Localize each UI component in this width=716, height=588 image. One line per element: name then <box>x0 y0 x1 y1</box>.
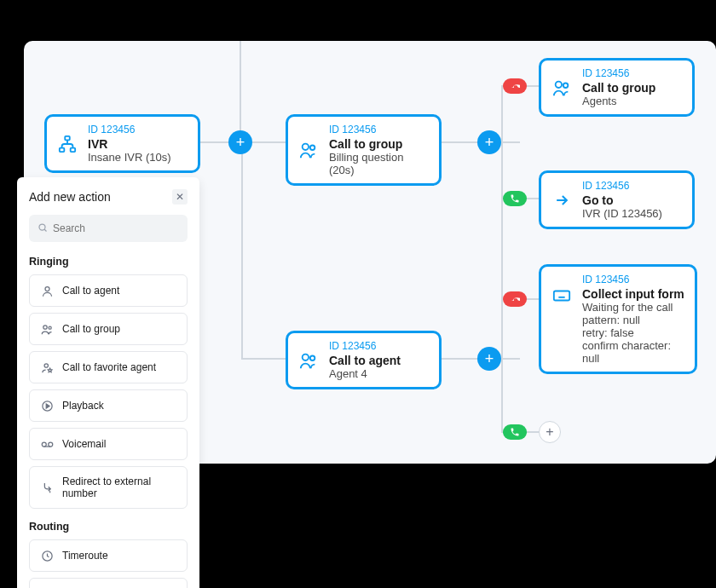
node-title: Call to agent <box>329 354 401 367</box>
users-icon <box>40 322 54 336</box>
connector <box>240 41 241 142</box>
node-id: ID 123456 <box>88 124 171 135</box>
redirect-icon <box>40 481 54 494</box>
section-title-routing: Routing <box>29 521 188 533</box>
node-call-to-agent[interactable]: ID 123456 Call to agent Agent 4 <box>286 331 442 389</box>
node-go-to[interactable]: ID 123456 Go to IVR (ID 123456) <box>539 170 695 229</box>
user-star-icon <box>40 360 54 374</box>
action-call-to-group[interactable]: Call to group <box>29 313 188 345</box>
action-timeroute[interactable]: Timeroute <box>29 539 188 572</box>
action-label: Redirect to external number <box>62 476 176 499</box>
node-id: ID 123456 <box>329 340 401 352</box>
action-playback[interactable]: Playback <box>29 389 188 422</box>
node-body: ID 123456 Call to group Agents <box>582 67 655 107</box>
svg-point-13 <box>49 326 51 329</box>
sitemap-icon <box>57 134 78 154</box>
node-call-to-group-billing[interactable]: ID 123456 Call to group Billing question… <box>286 114 442 186</box>
clock-icon <box>40 549 54 562</box>
node-title: Go to <box>582 193 662 207</box>
svg-rect-2 <box>71 147 76 152</box>
svg-point-14 <box>44 363 48 366</box>
connector <box>241 142 243 360</box>
node-subtitle: Insane IVR (10s) <box>88 151 171 164</box>
node-body: ID 123456 Collect input form Waiting for… <box>582 274 684 365</box>
node-line: Waiting for the call <box>582 301 684 314</box>
node-title: Call to group <box>582 81 655 95</box>
action-condition-splitter[interactable]: Condition Splitter <box>29 578 188 588</box>
node-ivr[interactable]: ID 123456 IVR Insane IVR (10s) <box>44 114 200 173</box>
users-icon <box>298 140 319 160</box>
search-icon <box>38 221 48 236</box>
node-subtitle: Billing question (20s) <box>329 151 429 176</box>
svg-rect-1 <box>60 147 65 152</box>
panel-header: Add new action ✕ <box>29 189 188 205</box>
add-action-button[interactable]: + <box>477 347 501 371</box>
node-subtitle: Agent 4 <box>329 367 401 380</box>
add-action-button[interactable]: + <box>477 130 501 154</box>
node-line: pattern: null <box>582 314 684 326</box>
svg-point-11 <box>45 286 49 291</box>
users-icon <box>551 78 572 98</box>
voicemail-icon <box>40 437 54 451</box>
action-call-to-agent[interactable]: Call to agent <box>29 274 188 307</box>
answered-badge-icon <box>503 191 527 206</box>
action-label: Call to favorite agent <box>62 361 156 373</box>
arrow-right-icon <box>551 190 572 210</box>
node-body: ID 123456 Go to IVR (ID 123456) <box>582 180 662 220</box>
add-action-outline-button[interactable]: + <box>539 421 561 443</box>
node-body: ID 123456 Call to group Billing question… <box>329 124 429 176</box>
connector <box>241 358 286 360</box>
node-body: ID 123456 Call to agent Agent 4 <box>329 340 401 380</box>
svg-point-8 <box>310 355 315 360</box>
node-id: ID 123456 <box>582 274 684 285</box>
action-call-to-favorite-agent[interactable]: Call to favorite agent <box>29 351 188 383</box>
svg-point-7 <box>303 354 309 360</box>
answered-badge-icon <box>503 424 527 440</box>
add-action-button[interactable]: + <box>228 130 252 154</box>
svg-point-3 <box>303 144 309 150</box>
hangup-badge-icon <box>503 291 527 307</box>
action-label: Playback <box>62 400 104 412</box>
hangup-badge-icon <box>503 78 527 94</box>
svg-point-12 <box>43 325 46 328</box>
node-subtitle: IVR (ID 123456) <box>582 207 662 220</box>
node-line: retry: false <box>582 326 684 339</box>
svg-point-16 <box>42 442 46 447</box>
node-id: ID 123456 <box>582 67 655 79</box>
action-label: Timeroute <box>62 550 108 562</box>
play-icon <box>40 399 54 412</box>
svg-point-4 <box>310 146 315 151</box>
node-id: ID 123456 <box>329 124 429 135</box>
node-id: ID 123456 <box>582 180 662 192</box>
close-button[interactable]: ✕ <box>172 189 188 205</box>
svg-rect-9 <box>554 291 569 301</box>
action-voicemail[interactable]: Voicemail <box>29 428 188 460</box>
action-redirect-external[interactable]: Redirect to external number <box>29 466 188 509</box>
svg-point-5 <box>556 81 562 87</box>
node-subtitle: Agents <box>582 95 655 107</box>
connector <box>501 298 503 433</box>
node-title: Call to group <box>329 137 429 151</box>
action-label: Call to agent <box>62 285 119 297</box>
svg-point-6 <box>563 83 569 88</box>
search-field[interactable] <box>29 215 188 242</box>
svg-point-10 <box>39 224 45 230</box>
node-title: Collect input form <box>582 287 684 301</box>
add-action-panel: Add new action ✕ Ringing Call to agent C… <box>17 177 199 588</box>
section-title-ringing: Ringing <box>29 256 188 268</box>
action-label: Voicemail <box>62 438 106 450</box>
svg-rect-0 <box>65 135 70 140</box>
node-body: ID 123456 IVR Insane IVR (10s) <box>88 124 171 164</box>
search-input[interactable] <box>53 222 179 234</box>
node-collect-input[interactable]: ID 123456 Collect input form Waiting for… <box>539 264 697 374</box>
node-title: IVR <box>88 137 171 151</box>
keyboard-icon <box>551 285 572 306</box>
action-label: Call to group <box>62 323 120 335</box>
user-icon <box>298 350 319 371</box>
svg-point-17 <box>48 442 52 447</box>
panel-title: Add new action <box>29 190 111 204</box>
user-icon <box>40 284 54 297</box>
node-call-to-group-agents[interactable]: ID 123456 Call to group Agents <box>539 58 695 117</box>
node-line: confirm character: null <box>582 339 684 365</box>
